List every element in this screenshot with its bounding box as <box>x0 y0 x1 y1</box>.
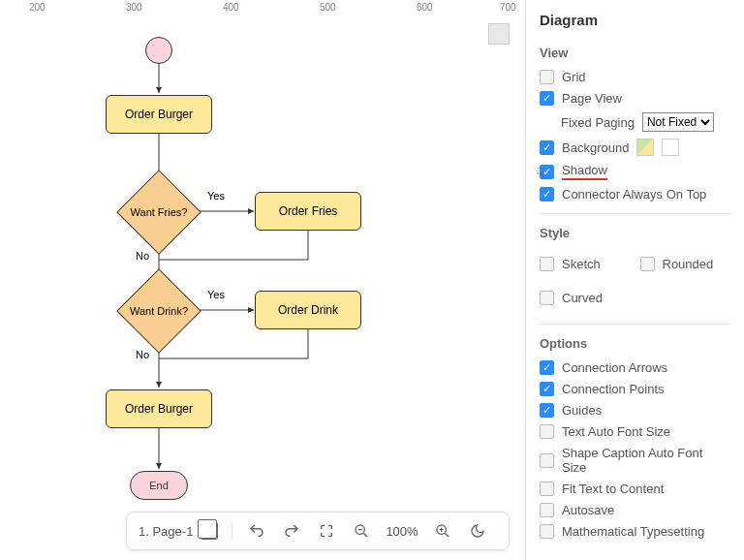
option-math-typesetting[interactable]: Mathematical Typesetting <box>540 524 730 539</box>
section-view-heading: View <box>540 46 730 60</box>
option-fit-text[interactable]: Fit Text to Content <box>540 482 730 496</box>
checkbox-connection-points[interactable] <box>540 382 554 396</box>
option-label: Grid <box>562 70 586 84</box>
dark-mode-button[interactable] <box>467 520 488 542</box>
option-label: Fixed Paging <box>561 115 635 130</box>
checkbox-connection-arrows[interactable] <box>540 360 554 375</box>
pages-icon <box>201 522 218 540</box>
checkbox-autosave[interactable] <box>540 503 554 517</box>
checkbox-math-typesetting[interactable] <box>540 524 554 539</box>
divider <box>540 324 730 325</box>
node-label: Order Fries <box>279 204 338 218</box>
option-guides[interactable]: Guides <box>540 403 730 418</box>
option-label: Page View <box>562 91 622 106</box>
option-label: Sketch <box>562 257 601 271</box>
edge-label-yes: Yes <box>207 190 225 202</box>
background-color-swatch[interactable] <box>662 139 679 156</box>
zoom-in-button[interactable] <box>432 520 453 542</box>
checkbox-grid[interactable] <box>540 70 554 84</box>
checkbox-background[interactable] <box>540 140 554 155</box>
page-label: 1. Page-1 <box>139 524 193 539</box>
checkbox-rounded[interactable] <box>640 257 655 271</box>
option-connector-top[interactable]: Connector Always On Top <box>540 187 730 202</box>
option-label: Guides <box>562 403 602 418</box>
start-node[interactable] <box>145 37 172 64</box>
option-shadow[interactable]: ☟ Shadow <box>540 163 730 180</box>
page-selector[interactable]: 1. Page-1 <box>139 522 232 540</box>
section-options-heading: Options <box>540 336 730 351</box>
option-label: Curved <box>562 291 603 305</box>
option-connection-points[interactable]: Connection Points <box>540 382 730 396</box>
process-order-burger-2[interactable]: Order Burger <box>106 389 212 428</box>
option-shape-caption-auto[interactable]: Shape Caption Auto Font Size <box>540 446 730 475</box>
option-curved[interactable]: Curved <box>540 291 631 305</box>
format-sidebar: Diagram View Grid Page View Fixed Paging… <box>525 0 744 560</box>
svg-line-8 <box>363 533 367 537</box>
process-order-fries[interactable]: Order Fries <box>255 192 361 231</box>
connectors-layer <box>0 0 523 523</box>
undo-button[interactable] <box>246 520 267 542</box>
divider <box>540 213 730 214</box>
option-autosave[interactable]: Autosave <box>540 503 730 517</box>
node-label: Order Burger <box>125 402 193 416</box>
node-label: Order Drink <box>278 303 338 317</box>
checkbox-shadow[interactable] <box>540 165 554 179</box>
checkbox-connector-top[interactable] <box>540 187 554 202</box>
option-connection-arrows[interactable]: Connection Arrows <box>540 360 730 375</box>
sidebar-title: Diagram <box>540 12 730 28</box>
node-label: Want Fries? <box>131 206 188 218</box>
option-label: Mathematical Typesetting <box>562 524 704 539</box>
svg-line-11 <box>445 533 449 537</box>
option-sketch[interactable]: Sketch <box>540 257 631 271</box>
zoom-level[interactable]: 100% <box>386 524 418 539</box>
option-label: Connection Arrows <box>562 360 667 375</box>
edge-label-no: No <box>136 349 149 360</box>
checkbox-page-view[interactable] <box>540 91 554 106</box>
process-order-burger-1[interactable]: Order Burger <box>106 95 212 134</box>
option-grid[interactable]: Grid <box>540 70 730 84</box>
option-label: Rounded <box>663 257 714 271</box>
option-label: Text Auto Font Size <box>562 424 670 439</box>
option-label: Fit Text to Content <box>562 482 664 496</box>
option-text-auto-font[interactable]: Text Auto Font Size <box>540 424 730 439</box>
option-fixed-paging: Fixed Paging Not Fixed <box>561 112 730 132</box>
canvas-area[interactable]: 200 300 400 500 600 700 O <box>0 0 525 560</box>
decision-want-fries[interactable]: Want Fries? <box>125 178 193 246</box>
end-node[interactable]: End <box>130 471 188 500</box>
process-order-drink[interactable]: Order Drink <box>255 291 361 329</box>
option-label: Shadow <box>562 163 607 180</box>
edge-label-no: No <box>136 250 149 262</box>
option-page-view[interactable]: Page View <box>540 91 730 106</box>
option-background[interactable]: Background <box>540 139 730 156</box>
checkbox-text-auto-font[interactable] <box>540 424 554 439</box>
background-image-swatch[interactable] <box>636 139 654 156</box>
fixed-paging-select[interactable]: Not Fixed <box>642 112 714 132</box>
option-rounded[interactable]: Rounded <box>640 257 731 271</box>
checkbox-guides[interactable] <box>540 403 554 418</box>
option-label: Autosave <box>562 503 614 517</box>
option-label: Background <box>562 140 629 155</box>
option-label: Connection Points <box>562 382 665 396</box>
option-label: Connector Always On Top <box>562 187 706 202</box>
section-style-heading: Style <box>540 226 730 240</box>
node-label: Order Burger <box>125 108 193 121</box>
node-label: Want Drink? <box>130 305 188 317</box>
node-label: End <box>149 480 169 491</box>
option-label: Shape Caption Auto Font Size <box>562 446 730 475</box>
edge-label-yes: Yes <box>207 289 225 300</box>
checkbox-curved[interactable] <box>540 291 554 305</box>
zoom-out-button[interactable] <box>351 520 372 542</box>
bottom-toolbar: 1. Page-1 100% <box>126 512 510 550</box>
decision-want-drink[interactable]: Want Drink? <box>125 277 193 345</box>
checkbox-sketch[interactable] <box>540 257 554 271</box>
checkbox-fit-text[interactable] <box>540 482 554 496</box>
checkbox-shape-caption-auto[interactable] <box>540 453 554 468</box>
fullscreen-button[interactable] <box>316 520 337 542</box>
redo-button[interactable] <box>281 520 302 542</box>
